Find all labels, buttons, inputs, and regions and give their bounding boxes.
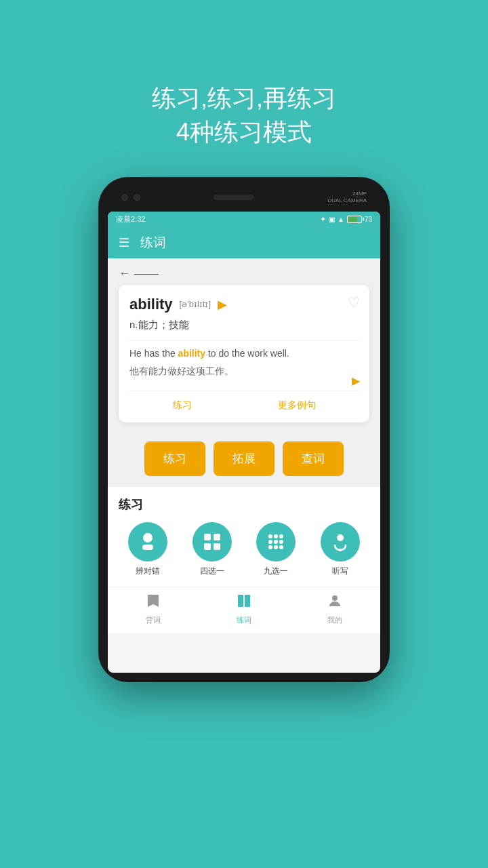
example-text-before: He has the xyxy=(129,348,178,359)
phone-screen: 凌晨2:32 ✦ ▣ ▲ 73 ☰ 练词 xyxy=(108,212,380,673)
nav-icon-memorize xyxy=(145,593,161,613)
phone-camera-bar: 24MPDUAL CAMERA xyxy=(108,186,380,212)
word-phonetic: [ə'bɪlɪtɪ] xyxy=(180,299,211,309)
correct-wrong-svg xyxy=(137,531,159,553)
camera-area xyxy=(121,194,140,201)
svg-point-6 xyxy=(268,534,272,538)
svg-rect-4 xyxy=(204,543,211,550)
card-actions: 练习 更多例句 xyxy=(129,391,359,412)
mode-dictation[interactable]: 听写 xyxy=(311,522,370,577)
header-line2: 4种练习模式 xyxy=(0,115,488,149)
back-arrow[interactable]: ← —— xyxy=(119,267,369,281)
mode-nine-choices[interactable]: 九选一 xyxy=(247,522,306,577)
example-text-after: to do the work well. xyxy=(205,348,289,359)
phone-body: 24MPDUAL CAMERA 凌晨2:32 ✦ ▣ ▲ 73 xyxy=(98,177,390,682)
action-buttons-area: 练习 拓展 查词 xyxy=(108,431,380,487)
svg-rect-18 xyxy=(245,595,250,607)
dictation-svg xyxy=(329,531,351,553)
example-highlight: ability xyxy=(178,348,205,359)
svg-point-13 xyxy=(274,545,278,549)
example-sentence: He has the ability to do the work well. … xyxy=(129,340,359,384)
nav-label-practice: 练词 xyxy=(237,615,251,625)
menu-icon[interactable]: ☰ xyxy=(119,235,129,250)
word-header: ability [ə'bɪlɪtɪ] ▶ xyxy=(129,296,359,313)
word-english: ability xyxy=(129,296,173,313)
nav-icon-mine xyxy=(327,593,343,613)
mode-label-correct-wrong: 辨对错 xyxy=(136,566,160,577)
practice-section: 练习 辨对错 xyxy=(108,487,380,587)
mode-icon-nine-choices xyxy=(256,522,296,561)
svg-rect-2 xyxy=(204,534,211,540)
svg-point-11 xyxy=(279,540,283,544)
mode-four-choices[interactable]: 四选一 xyxy=(183,522,242,577)
header-line1: 练习,练习,再练习 xyxy=(0,81,488,115)
practice-modes: 辨对错 四选 xyxy=(119,522,369,577)
nav-item-practice[interactable]: 练词 xyxy=(199,593,289,625)
svg-point-15 xyxy=(337,534,344,541)
mode-label-four-choices: 四选一 xyxy=(200,566,224,577)
example-english: He has the ability to do the work well. xyxy=(129,346,359,361)
nine-choices-svg xyxy=(265,531,287,553)
svg-point-12 xyxy=(268,545,272,549)
battery-percent: 73 xyxy=(365,216,372,223)
svg-point-19 xyxy=(332,595,338,601)
status-time: 凌晨2:32 xyxy=(116,214,145,224)
book-icon xyxy=(236,593,252,609)
mode-label-nine-choices: 九选一 xyxy=(264,566,288,577)
header-section: 练习,练习,再练习 4种练习模式 xyxy=(0,0,488,150)
play-example-button[interactable]: ▶ xyxy=(352,374,360,387)
mode-label-dictation: 听写 xyxy=(332,566,348,577)
mode-icon-four-choices xyxy=(192,522,232,561)
app-header: ☰ 练词 xyxy=(108,227,380,258)
status-icons: ✦ ▣ ▲ 73 xyxy=(320,215,372,224)
favorite-button[interactable]: ♡ xyxy=(348,294,360,311)
card-practice-button[interactable]: 练习 xyxy=(173,399,192,412)
nav-icon-practice xyxy=(236,593,252,613)
signal-icon: ▣ xyxy=(329,216,335,223)
four-choices-svg xyxy=(201,531,223,553)
svg-point-8 xyxy=(279,534,283,538)
lookup-button[interactable]: 查词 xyxy=(283,441,344,476)
camera-label: 24MPDUAL CAMERA xyxy=(328,191,367,205)
nav-label-memorize: 背词 xyxy=(146,615,161,625)
svg-rect-17 xyxy=(238,595,243,607)
mode-icon-correct-wrong xyxy=(128,522,167,561)
phone-mockup: 24MPDUAL CAMERA 凌晨2:32 ✦ ▣ ▲ 73 xyxy=(0,177,488,682)
battery-indicator xyxy=(347,216,362,223)
svg-point-7 xyxy=(274,534,278,538)
person-icon xyxy=(327,593,343,609)
nav-item-memorize[interactable]: 背词 xyxy=(108,593,199,625)
play-pronunciation-button[interactable]: ▶ xyxy=(218,297,227,312)
nav-item-mine[interactable]: 我的 xyxy=(289,593,380,625)
mode-correct-wrong[interactable]: 辨对错 xyxy=(119,522,178,577)
camera-dot-1 xyxy=(121,194,128,201)
word-meaning: n.能力；技能 xyxy=(129,319,359,332)
bottom-navigation: 背词 练词 xyxy=(108,587,380,633)
card-more-examples-button[interactable]: 更多例句 xyxy=(278,399,316,412)
svg-point-9 xyxy=(268,540,272,544)
example-chinese: 他有能力做好这项工作。 xyxy=(129,363,359,378)
word-card: ability [ə'bɪlɪtɪ] ▶ ♡ n.能力；技能 He has th… xyxy=(119,285,369,423)
practice-section-title: 练习 xyxy=(119,496,369,513)
svg-point-14 xyxy=(279,545,283,549)
svg-rect-3 xyxy=(214,534,220,540)
nav-label-mine: 我的 xyxy=(327,615,342,625)
bluetooth-icon: ✦ xyxy=(320,215,326,224)
app-title: 练词 xyxy=(140,234,166,252)
expand-button[interactable]: 拓展 xyxy=(214,441,274,476)
word-card-container: ← —— ability [ə'bɪlɪtɪ] ▶ ♡ n.能力；技能 He h… xyxy=(108,258,380,431)
mode-icon-dictation xyxy=(321,522,360,561)
bookmark-icon xyxy=(145,593,161,609)
battery-fill xyxy=(348,217,358,222)
status-bar: 凌晨2:32 ✦ ▣ ▲ 73 xyxy=(108,212,380,227)
svg-rect-1 xyxy=(142,545,153,550)
camera-dot-2 xyxy=(134,194,140,201)
speaker xyxy=(214,195,254,200)
svg-point-10 xyxy=(274,540,278,544)
svg-rect-16 xyxy=(339,549,342,551)
svg-rect-5 xyxy=(214,543,220,550)
svg-point-0 xyxy=(143,533,152,542)
practice-button[interactable]: 练习 xyxy=(144,441,205,476)
wifi-icon: ▲ xyxy=(338,216,344,223)
